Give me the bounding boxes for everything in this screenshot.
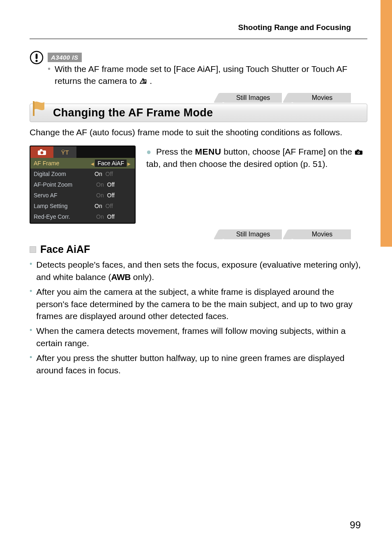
list-item-text: After you aim the camera at the subject,… [36,286,367,322]
section-flag-icon [32,100,46,118]
list-item-text: After you press the shutter button halfw… [36,352,367,377]
svg-rect-5 [40,149,42,151]
menu-row-value: On Off [95,171,131,177]
list-item: •After you aim the camera at the subject… [30,286,367,322]
menu-row: Red-Eye Corr.On Off [30,211,135,222]
notice-text-after: . [150,76,152,86]
menu-row-value: On Off [95,213,131,220]
svg-point-6 [41,151,44,154]
notice-text: With the AF frame mode set to [Face AiAF… [55,63,367,87]
list-item: •Detects people's faces, and then sets t… [30,259,367,283]
menu-row: AF-Point ZoomOn Off [30,179,135,190]
list-item-text: Detects people's faces, and then sets th… [36,259,367,283]
menu-row-label: Red-Eye Corr. [34,213,95,220]
menu-row-value: On Off [95,203,131,209]
bullet-dot: • [30,325,32,349]
menu-button-word: MENU [195,147,221,156]
model-badge: A3400 IS [48,53,82,62]
step-text-2: button, choose [AF Frame] on the [221,147,355,156]
menu-row: Digital ZoomOn Off [30,169,135,179]
bullet-dot: • [48,63,51,87]
mode-tags-row: Still Images Movies [30,93,367,103]
step-bullet: ● [146,147,151,156]
bullet-dot: • [30,259,32,283]
side-accent-bar [380,0,392,247]
section-title: Changing the AF Frame Mode [53,106,213,119]
camera-menu-screenshot: ŸT AF Frame◀Face AiAF▶Digital ZoomOn Off… [30,146,136,224]
tag-still-images: Still Images [220,93,282,103]
tag-movies-2: Movies [289,229,351,239]
tag-still-images-2: Still Images [220,229,282,239]
selected-value: Face AiAF [95,160,127,167]
list-item: •When the camera detects movement, frame… [30,325,367,349]
bullet-dot: • [30,286,32,322]
menu-row-value: On Off [95,192,131,199]
heading-square-icon [30,246,36,253]
subsection-heading: Face AiAF [30,243,367,255]
menu-row-label: AF-Point Zoom [34,181,95,188]
menu-row-value: ◀Face AiAF▶ [90,160,131,167]
step-instruction: ● Press the MENU button, choose [AF Fram… [146,146,367,170]
list-item-text: When the camera detects movement, frames… [36,325,367,349]
menu-row-value: On Off [95,181,131,188]
menu-row-label: Digital Zoom [34,171,95,177]
camera-icon [355,149,363,155]
bullet-list: •Detects people's faces, and then sets t… [30,259,367,376]
running-header: Shooting Range and Focusing [30,23,367,32]
awb-icon: AWB [111,272,131,282]
bullet-dot: • [30,352,32,377]
subsection-title: Face AiAF [40,243,90,255]
left-triangle-icon: ◀ [90,162,95,166]
tools-tab-icon: ŸT [53,146,76,158]
menu-row: AF Frame◀Face AiAF▶ [30,158,135,169]
camera-tab-icon [30,146,53,158]
svg-rect-8 [357,150,359,151]
right-triangle-icon: ▶ [127,162,131,166]
mode-tags-row-2: Still Images Movies [30,229,367,239]
section-heading-bar: Changing the AF Frame Mode [30,104,367,122]
section-intro: Change the AF (auto focus) frame mode to… [30,126,367,138]
svg-rect-1 [36,54,38,59]
menu-row-label: Lamp Setting [34,203,95,209]
svg-point-2 [35,60,37,62]
menu-row-label: AF Frame [34,160,90,167]
menu-row: Servo AFOn Off [30,190,135,201]
step-text-1: Press the [156,147,195,156]
tag-movies: Movies [289,93,351,103]
page-number: 99 [350,519,361,531]
list-item: •After you press the shutter button half… [30,352,367,377]
caution-icon [30,51,44,65]
menu-row-label: Servo AF [34,192,95,199]
step-text-3: tab, and then choose the desired option … [146,159,327,169]
svg-point-10 [358,152,359,153]
menu-row: Lamp SettingOn Off [30,201,135,211]
tracking-af-icon [139,77,147,85]
notice-text-before: With the AF frame mode set to [Face AiAF… [55,64,347,86]
header-rule [30,39,367,39]
notice-block: A3400 IS • With the AF frame mode set to… [30,51,367,87]
